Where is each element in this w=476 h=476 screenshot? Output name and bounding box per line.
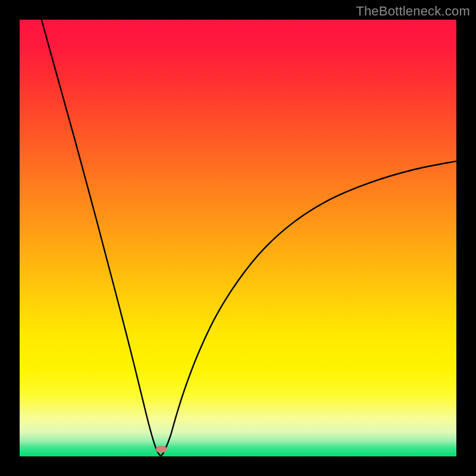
plot-area (20, 20, 456, 456)
bottleneck-curve (20, 20, 456, 456)
chart-frame: TheBottleneck.com (0, 0, 476, 476)
optimal-point-marker (156, 446, 167, 453)
watermark-text: TheBottleneck.com (356, 4, 470, 19)
